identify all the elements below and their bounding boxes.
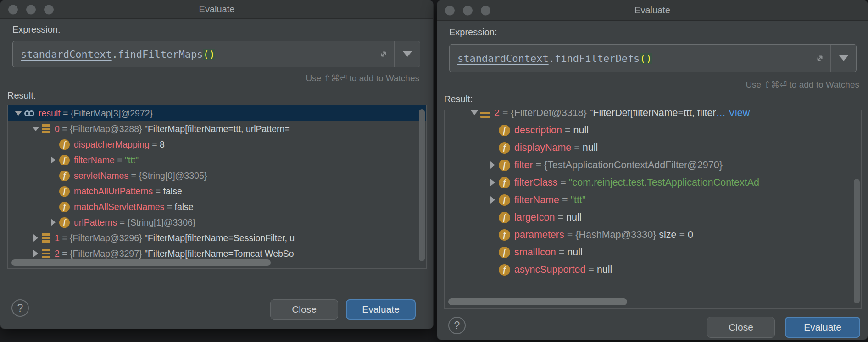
- row-segment-name: 2: [494, 110, 500, 118]
- expand-right-icon[interactable]: [487, 196, 499, 204]
- expression-method: findFilterMaps: [118, 49, 203, 60]
- row-segment-plain: null: [566, 212, 581, 223]
- field-icon: f: [59, 202, 70, 212]
- row-segment-name: dispatcherMapping: [74, 139, 150, 149]
- zoom-window-button[interactable]: [44, 5, 54, 14]
- expand-right-icon[interactable]: [30, 250, 42, 257]
- tree-row[interactable]: fdescription = null: [445, 121, 861, 139]
- row-text: filter = {TestApplicationContextAddFilte…: [514, 160, 723, 171]
- expand-right-icon[interactable]: [47, 156, 59, 164]
- row-segment-name: servletNames: [74, 171, 128, 181]
- expression-text[interactable]: standardContext.findFilterDefs(): [450, 45, 809, 72]
- row-segment-name: displayName: [514, 142, 571, 153]
- expression-input[interactable]: standardContext.findFilterDefs(): [449, 44, 857, 72]
- row-segment-name: 2: [55, 248, 60, 259]
- result-tree[interactable]: result = {FilterMap[3]@2972}0 = {FilterM…: [7, 105, 427, 269]
- row-segment-name: 1: [55, 233, 60, 243]
- tree-row[interactable]: result = {FilterMap[3]@2972}: [8, 105, 426, 121]
- expand-editor-icon[interactable]: [373, 41, 394, 67]
- tree-row[interactable]: fasyncSupported = null: [445, 261, 861, 278]
- row-segment-eq: =: [500, 110, 511, 118]
- horizontal-scrollbar-thumb[interactable]: [448, 298, 627, 305]
- tree-row[interactable]: 0 = {FilterMap@3288} "FilterMap[filterNa…: [8, 121, 426, 137]
- expression-history-dropdown[interactable]: [395, 41, 420, 67]
- row-text: matchAllUrlPatterns = false: [74, 186, 182, 197]
- row-segment-eq: =: [556, 247, 568, 258]
- expand-down-icon[interactable]: [30, 127, 42, 131]
- row-segment-ref: {FilterMap@3297}: [70, 248, 145, 259]
- field-icon: f: [59, 217, 70, 228]
- field-icon: f: [59, 186, 70, 197]
- expand-down-icon[interactable]: [468, 110, 480, 115]
- tree-row[interactable]: ffilterName = "ttt": [445, 191, 861, 209]
- row-text: filterName = "ttt": [74, 155, 139, 165]
- row-segment-ref: {FilterDef@3318}: [511, 110, 589, 118]
- row-segment-plain: "FilterDef[filterName=ttt, filter: [590, 110, 716, 118]
- diagonal-expand-icon: [814, 52, 826, 64]
- expression-history-dropdown[interactable]: [831, 45, 856, 72]
- tree-row[interactable]: fdisplayName = null: [445, 139, 861, 156]
- evaluate-button[interactable]: Evaluate: [785, 317, 860, 338]
- row-segment-name: urlPatterns: [74, 217, 117, 227]
- row-segment-eq: =: [61, 108, 71, 118]
- zoom-window-button[interactable]: [481, 6, 490, 15]
- vertical-scrollbar-thumb[interactable]: [419, 109, 425, 261]
- row-segment-eq: =: [559, 194, 571, 205]
- tree-row[interactable]: fsmallIcon = null: [445, 243, 861, 261]
- vertical-scrollbar-thumb[interactable]: [854, 179, 860, 303]
- row-segment-ref: {FilterMap@3288}: [70, 124, 145, 134]
- expand-down-icon[interactable]: [12, 111, 24, 116]
- expand-right-icon[interactable]: [487, 179, 499, 186]
- tree-row[interactable]: ffilter = {TestApplicationContextAddFilt…: [445, 156, 861, 174]
- tree-row[interactable]: 1 = {FilterMap@3296} "FilterMap[filterNa…: [8, 230, 426, 246]
- row-segment-eq: =: [60, 248, 70, 259]
- expression-input[interactable]: standardContext.findFilterMaps(): [12, 41, 420, 67]
- field-icon: f: [499, 247, 510, 258]
- titlebar[interactable]: Evaluate: [437, 0, 868, 21]
- close-window-button[interactable]: [445, 6, 455, 15]
- expand-right-icon[interactable]: [30, 234, 42, 242]
- tree-row[interactable]: fparameters = {HashMap@3330} size = 0: [445, 226, 861, 243]
- row-segment-string: "ttt": [570, 194, 585, 205]
- tree-row[interactable]: furlPatterns = {String[1]@3306}: [8, 215, 426, 230]
- field-icon: f: [59, 155, 70, 165]
- row-segment-ref: {TestApplicationContextAddFilter@2970}: [544, 160, 723, 171]
- close-button[interactable]: Close: [270, 299, 338, 320]
- result-tree[interactable]: 2 = {FilterDef@3318} "FilterDef[filterNa…: [444, 110, 862, 309]
- tree-row[interactable]: fmatchAllUrlPatterns = false: [8, 183, 426, 199]
- row-segment-name: filterName: [74, 155, 115, 165]
- row-text: parameters = {HashMap@3330} size = 0: [514, 229, 693, 241]
- tree-row[interactable]: ffilterName = "ttt": [8, 152, 426, 168]
- close-window-button[interactable]: [8, 5, 18, 14]
- tree-row[interactable]: 2 = {FilterMap@3297} "FilterMap[filterNa…: [8, 246, 426, 261]
- tree-row[interactable]: fservletNames = {String[0]@3305}: [8, 168, 426, 183]
- expression-dot: .: [549, 53, 555, 64]
- expression-text[interactable]: standardContext.findFilterMaps(): [13, 41, 373, 67]
- expand-right-icon[interactable]: [47, 219, 59, 226]
- tree-row[interactable]: fdispatcherMapping = 8: [8, 137, 426, 152]
- add-to-watches-hint: Use ⇧⌘⏎ to add to Watches: [746, 79, 859, 90]
- row-segment-eq: =: [562, 125, 573, 136]
- minimize-window-button[interactable]: [463, 6, 473, 15]
- chevron-down-icon: [403, 51, 412, 57]
- evaluate-button[interactable]: Evaluate: [346, 299, 416, 320]
- expand-editor-icon[interactable]: [809, 45, 830, 72]
- field-icon: f: [499, 264, 510, 276]
- tree-row[interactable]: ffilterClass = "com.reinject.test.TestAp…: [445, 174, 861, 191]
- row-segment-eq: =: [115, 155, 125, 165]
- help-button[interactable]: ?: [448, 317, 466, 334]
- view-link[interactable]: … View: [716, 110, 750, 118]
- row-segment-eq: =: [533, 160, 545, 171]
- expand-right-icon[interactable]: [487, 161, 499, 169]
- horizontal-scrollbar-thumb[interactable]: [11, 259, 271, 266]
- tree-row[interactable]: fmatchAllServletNames = false: [8, 199, 426, 215]
- row-segment-name: asyncSupported: [514, 264, 585, 275]
- titlebar[interactable]: Evaluate: [0, 0, 433, 19]
- array-icon: [480, 110, 490, 118]
- help-button[interactable]: ?: [11, 299, 29, 317]
- row-text: 1 = {FilterMap@3296} "FilterMap[filterNa…: [55, 233, 295, 243]
- tree-row[interactable]: 2 = {FilterDef@3318} "FilterDef[filterNa…: [445, 110, 861, 121]
- close-button[interactable]: Close: [707, 317, 775, 338]
- tree-row[interactable]: flargeIcon = null: [445, 209, 861, 226]
- minimize-window-button[interactable]: [26, 5, 36, 14]
